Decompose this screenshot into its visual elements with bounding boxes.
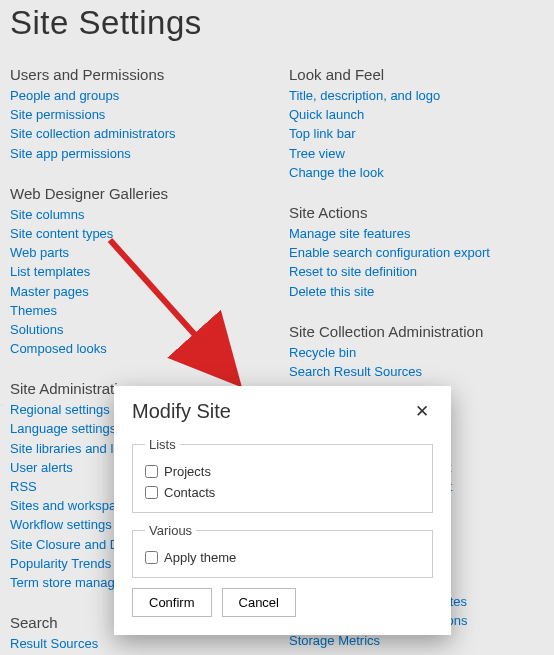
checkbox-projects[interactable]	[145, 465, 158, 478]
link-web-parts[interactable]: Web parts	[10, 244, 265, 262]
link-master-pages[interactable]: Master pages	[10, 283, 265, 301]
section-heading: Site Actions	[289, 204, 544, 221]
link-tree-view[interactable]: Tree view	[289, 145, 544, 163]
link-delete-this-site[interactable]: Delete this site	[289, 283, 544, 301]
link-site-content-types[interactable]: Site content types	[10, 225, 265, 243]
checkbox-row-contacts[interactable]: Contacts	[145, 485, 420, 500]
link-people-and-groups[interactable]: People and groups	[10, 87, 265, 105]
link-change-the-look[interactable]: Change the look	[289, 164, 544, 182]
section-look-and-feel: Look and FeelTitle, description, and log…	[289, 66, 544, 182]
checkbox-apply-theme[interactable]	[145, 551, 158, 564]
modify-site-dialog: Modify Site ✕ ListsProjectsContactsVario…	[114, 386, 451, 635]
legend-lists: Lists	[145, 437, 180, 452]
link-title-description-and-logo[interactable]: Title, description, and logo	[289, 87, 544, 105]
section-users-and-permissions: Users and PermissionsPeople and groupsSi…	[10, 66, 265, 163]
confirm-button[interactable]: Confirm	[132, 588, 212, 617]
link-site-permissions[interactable]: Site permissions	[10, 106, 265, 124]
legend-various: Various	[145, 523, 196, 538]
link-list-templates[interactable]: List templates	[10, 263, 265, 281]
link-html-field-security[interactable]: HTML Field Security	[289, 651, 544, 655]
link-enable-search-configuration-export[interactable]: Enable search configuration export	[289, 244, 544, 262]
link-quick-launch[interactable]: Quick launch	[289, 106, 544, 124]
section-heading: Web Designer Galleries	[10, 185, 265, 202]
cancel-button[interactable]: Cancel	[222, 588, 296, 617]
checkbox-label: Contacts	[164, 485, 215, 500]
link-list: Result SourcesResult TypesQuery Rules	[10, 635, 265, 655]
link-result-sources[interactable]: Result Sources	[10, 635, 265, 653]
link-list: Manage site featuresEnable search config…	[289, 225, 544, 301]
close-icon[interactable]: ✕	[411, 401, 433, 422]
link-site-app-permissions[interactable]: Site app permissions	[10, 145, 265, 163]
checkbox-label: Projects	[164, 464, 211, 479]
link-reset-to-site-definition[interactable]: Reset to site definition	[289, 263, 544, 281]
fieldset-various: VariousApply theme	[132, 523, 433, 578]
link-site-collection-administrators[interactable]: Site collection administrators	[10, 125, 265, 143]
section-heading: Site Collection Administration	[289, 323, 544, 340]
checkbox-label: Apply theme	[164, 550, 236, 565]
section-heading: Look and Feel	[289, 66, 544, 83]
page-title: Site Settings	[10, 4, 544, 42]
link-themes[interactable]: Themes	[10, 302, 265, 320]
link-site-columns[interactable]: Site columns	[10, 206, 265, 224]
link-list: Site columnsSite content typesWeb partsL…	[10, 206, 265, 359]
checkbox-row-projects[interactable]: Projects	[145, 464, 420, 479]
link-top-link-bar[interactable]: Top link bar	[289, 125, 544, 143]
dialog-buttons: Confirm Cancel	[132, 588, 433, 617]
link-search-result-sources[interactable]: Search Result Sources	[289, 363, 544, 381]
link-manage-site-features[interactable]: Manage site features	[289, 225, 544, 243]
checkbox-row-apply-theme[interactable]: Apply theme	[145, 550, 420, 565]
dialog-header: Modify Site ✕	[132, 400, 433, 423]
section-heading: Users and Permissions	[10, 66, 265, 83]
dialog-title: Modify Site	[132, 400, 231, 423]
link-composed-looks[interactable]: Composed looks	[10, 340, 265, 358]
link-list: Title, description, and logoQuick launch…	[289, 87, 544, 182]
fieldset-lists: ListsProjectsContacts	[132, 437, 433, 513]
checkbox-contacts[interactable]	[145, 486, 158, 499]
link-recycle-bin[interactable]: Recycle bin	[289, 344, 544, 362]
link-solutions[interactable]: Solutions	[10, 321, 265, 339]
section-site-actions: Site ActionsManage site featuresEnable s…	[289, 204, 544, 301]
section-web-designer-galleries: Web Designer GalleriesSite columnsSite c…	[10, 185, 265, 359]
link-list: People and groupsSite permissionsSite co…	[10, 87, 265, 163]
